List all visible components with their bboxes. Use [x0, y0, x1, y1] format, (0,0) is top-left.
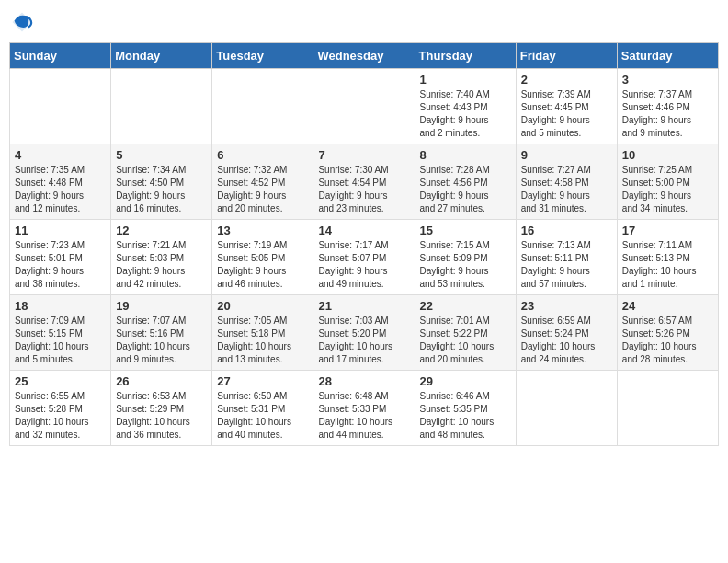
day-number: 11: [15, 224, 106, 237]
day-number: 21: [318, 299, 409, 313]
day-number: 16: [521, 224, 612, 237]
calendar-cell: 22Sunrise: 7:01 AMSunset: 5:22 PMDayligh…: [415, 295, 516, 371]
calendar-cell: 12Sunrise: 7:21 AMSunset: 5:03 PMDayligh…: [111, 220, 212, 295]
calendar-cell: 9Sunrise: 7:27 AMSunset: 4:58 PMDaylight…: [516, 144, 617, 220]
day-header-saturday: Saturday: [617, 43, 718, 69]
day-number: 22: [420, 299, 511, 313]
day-info: Sunrise: 7:23 AMSunset: 5:01 PMDaylight:…: [15, 239, 106, 291]
day-number: 5: [116, 148, 207, 162]
day-info: Sunrise: 7:39 AMSunset: 4:45 PMDaylight:…: [521, 88, 612, 140]
day-number: 6: [217, 148, 308, 162]
day-number: 29: [420, 374, 511, 388]
calendar-cell: 29Sunrise: 6:46 AMSunset: 5:35 PMDayligh…: [415, 371, 516, 446]
calendar-cell: 13Sunrise: 7:19 AMSunset: 5:05 PMDayligh…: [212, 220, 313, 295]
day-info: Sunrise: 7:03 AMSunset: 5:20 PMDaylight:…: [318, 315, 409, 366]
day-number: 20: [217, 299, 308, 313]
day-number: 24: [622, 299, 713, 313]
calendar-week-2: 4Sunrise: 7:35 AMSunset: 4:48 PMDaylight…: [10, 144, 719, 220]
day-info: Sunrise: 7:35 AMSunset: 4:48 PMDaylight:…: [15, 164, 106, 215]
calendar-week-5: 25Sunrise: 6:55 AMSunset: 5:28 PMDayligh…: [10, 371, 719, 446]
calendar-cell: 1Sunrise: 7:40 AMSunset: 4:43 PMDaylight…: [415, 69, 516, 144]
day-number: 14: [318, 224, 409, 237]
day-number: 12: [116, 224, 207, 237]
day-number: 15: [420, 224, 511, 237]
day-number: 23: [521, 299, 612, 313]
calendar-cell: 15Sunrise: 7:15 AMSunset: 5:09 PMDayligh…: [415, 220, 516, 295]
calendar-cell: [313, 69, 415, 144]
day-info: Sunrise: 6:59 AMSunset: 5:24 PMDaylight:…: [521, 315, 612, 366]
day-info: Sunrise: 6:50 AMSunset: 5:31 PMDaylight:…: [217, 390, 308, 442]
day-header-friday: Friday: [516, 43, 617, 69]
calendar-cell: [111, 69, 212, 144]
day-info: Sunrise: 7:28 AMSunset: 4:56 PMDaylight:…: [420, 164, 511, 215]
calendar-cell: 11Sunrise: 7:23 AMSunset: 5:01 PMDayligh…: [10, 220, 111, 295]
day-number: 19: [116, 299, 207, 313]
day-number: 3: [622, 73, 713, 86]
day-info: Sunrise: 7:07 AMSunset: 5:16 PMDaylight:…: [116, 315, 207, 366]
day-number: 4: [15, 148, 106, 162]
calendar-cell: 14Sunrise: 7:17 AMSunset: 5:07 PMDayligh…: [313, 220, 415, 295]
day-info: Sunrise: 6:57 AMSunset: 5:26 PMDaylight:…: [622, 315, 713, 366]
calendar-cell: 19Sunrise: 7:07 AMSunset: 5:16 PMDayligh…: [111, 295, 212, 371]
day-info: Sunrise: 7:19 AMSunset: 5:05 PMDaylight:…: [217, 239, 308, 291]
day-info: Sunrise: 7:01 AMSunset: 5:22 PMDaylight:…: [420, 315, 511, 366]
day-info: Sunrise: 7:17 AMSunset: 5:07 PMDaylight:…: [318, 239, 409, 291]
day-info: Sunrise: 6:55 AMSunset: 5:28 PMDaylight:…: [15, 390, 106, 442]
day-info: Sunrise: 6:53 AMSunset: 5:29 PMDaylight:…: [116, 390, 207, 442]
calendar-cell: 21Sunrise: 7:03 AMSunset: 5:20 PMDayligh…: [313, 295, 415, 371]
calendar-week-1: 1Sunrise: 7:40 AMSunset: 4:43 PMDaylight…: [10, 69, 719, 144]
day-number: 27: [217, 374, 308, 388]
day-info: Sunrise: 7:37 AMSunset: 4:46 PMDaylight:…: [622, 88, 713, 140]
day-number: 26: [116, 374, 207, 388]
calendar-cell: 26Sunrise: 6:53 AMSunset: 5:29 PMDayligh…: [111, 371, 212, 446]
calendar-cell: 20Sunrise: 7:05 AMSunset: 5:18 PMDayligh…: [212, 295, 313, 371]
calendar-cell: 5Sunrise: 7:34 AMSunset: 4:50 PMDaylight…: [111, 144, 212, 220]
calendar-cell: 7Sunrise: 7:30 AMSunset: 4:54 PMDaylight…: [313, 144, 415, 220]
calendar-cell: [617, 371, 718, 446]
day-info: Sunrise: 7:32 AMSunset: 4:52 PMDaylight:…: [217, 164, 308, 215]
calendar-cell: 8Sunrise: 7:28 AMSunset: 4:56 PMDaylight…: [415, 144, 516, 220]
day-header-monday: Monday: [111, 43, 212, 69]
day-info: Sunrise: 7:13 AMSunset: 5:11 PMDaylight:…: [521, 239, 612, 291]
calendar-table: SundayMondayTuesdayWednesdayThursdayFrid…: [9, 42, 719, 446]
day-number: 13: [217, 224, 308, 237]
calendar-cell: 16Sunrise: 7:13 AMSunset: 5:11 PMDayligh…: [516, 220, 617, 295]
day-info: Sunrise: 7:25 AMSunset: 5:00 PMDaylight:…: [622, 164, 713, 215]
day-number: 7: [318, 148, 409, 162]
day-info: Sunrise: 7:34 AMSunset: 4:50 PMDaylight:…: [116, 164, 207, 215]
day-header-sunday: Sunday: [10, 43, 111, 69]
calendar-cell: 28Sunrise: 6:48 AMSunset: 5:33 PMDayligh…: [313, 371, 415, 446]
day-info: Sunrise: 7:15 AMSunset: 5:09 PMDaylight:…: [420, 239, 511, 291]
day-info: Sunrise: 7:05 AMSunset: 5:18 PMDaylight:…: [217, 315, 308, 366]
day-number: 8: [420, 148, 511, 162]
day-info: Sunrise: 7:30 AMSunset: 4:54 PMDaylight:…: [318, 164, 409, 215]
calendar-cell: 2Sunrise: 7:39 AMSunset: 4:45 PMDaylight…: [516, 69, 617, 144]
logo-icon: [9, 9, 35, 35]
calendar-cell: [516, 371, 617, 446]
calendar-cell: 23Sunrise: 6:59 AMSunset: 5:24 PMDayligh…: [516, 295, 617, 371]
calendar-cell: 24Sunrise: 6:57 AMSunset: 5:26 PMDayligh…: [617, 295, 718, 371]
calendar-week-4: 18Sunrise: 7:09 AMSunset: 5:15 PMDayligh…: [10, 295, 719, 371]
day-number: 9: [521, 148, 612, 162]
day-number: 25: [15, 374, 106, 388]
calendar-cell: 3Sunrise: 7:37 AMSunset: 4:46 PMDaylight…: [617, 69, 718, 144]
day-number: 10: [622, 148, 713, 162]
calendar-cell: 17Sunrise: 7:11 AMSunset: 5:13 PMDayligh…: [617, 220, 718, 295]
logo: [9, 9, 39, 35]
day-info: Sunrise: 7:09 AMSunset: 5:15 PMDaylight:…: [15, 315, 106, 366]
calendar-header-row: SundayMondayTuesdayWednesdayThursdayFrid…: [10, 43, 719, 69]
day-number: 18: [15, 299, 106, 313]
day-header-thursday: Thursday: [415, 43, 516, 69]
calendar-cell: 27Sunrise: 6:50 AMSunset: 5:31 PMDayligh…: [212, 371, 313, 446]
calendar-cell: [212, 69, 313, 144]
calendar-cell: 6Sunrise: 7:32 AMSunset: 4:52 PMDaylight…: [212, 144, 313, 220]
calendar-cell: 4Sunrise: 7:35 AMSunset: 4:48 PMDaylight…: [10, 144, 111, 220]
day-info: Sunrise: 7:21 AMSunset: 5:03 PMDaylight:…: [116, 239, 207, 291]
day-number: 1: [420, 73, 511, 86]
day-header-tuesday: Tuesday: [212, 43, 313, 69]
calendar-cell: 10Sunrise: 7:25 AMSunset: 5:00 PMDayligh…: [617, 144, 718, 220]
day-info: Sunrise: 7:27 AMSunset: 4:58 PMDaylight:…: [521, 164, 612, 215]
day-header-wednesday: Wednesday: [313, 43, 415, 69]
day-info: Sunrise: 7:40 AMSunset: 4:43 PMDaylight:…: [420, 88, 511, 140]
day-number: 2: [521, 73, 612, 86]
